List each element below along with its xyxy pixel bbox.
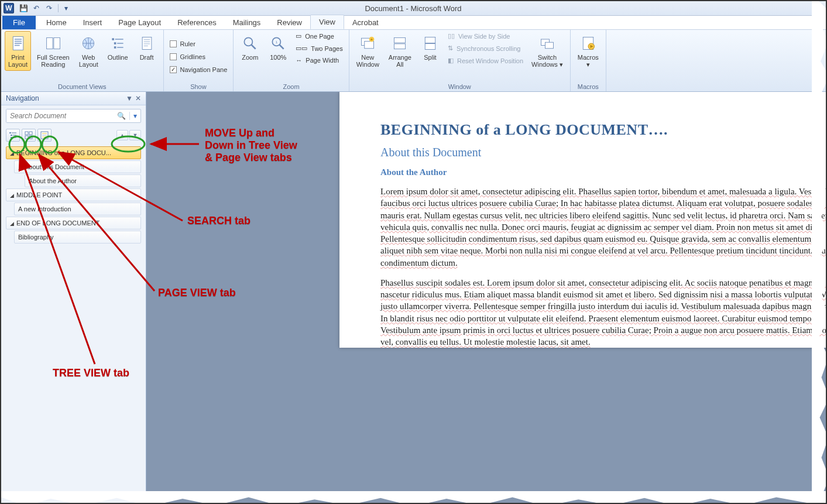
heading-3: About the Author [380,167,826,177]
print-layout-icon [9,34,28,53]
page-width-button[interactable]: ↔Page Width [293,56,345,65]
two-pages-button[interactable]: ▭▭Two Pages [293,43,345,53]
zoom-label: Zoom [242,54,258,61]
gridlines-label: Gridlines [180,53,205,60]
expander-icon[interactable]: ◢ [10,221,14,227]
print-layout-button[interactable]: Print Layout [5,31,31,71]
full-screen-reading-button[interactable]: Full Screen Reading [33,31,73,71]
search-results-tab[interactable] [37,129,52,142]
qat-customize-icon[interactable]: ▾ [60,3,72,13]
tab-references[interactable]: References [169,16,224,29]
expander-icon[interactable]: ◢ [10,150,14,156]
tree-item[interactable]: ◢BEGINNING of a LONG DOCU... [6,146,141,159]
svg-rect-9 [115,39,123,40]
zoom-button[interactable]: Zoom [237,31,263,64]
web-layout-icon [79,34,98,53]
arrange-all-button[interactable]: Arrange All [385,31,415,71]
ruler-checkbox[interactable]: Ruler [167,39,198,49]
web-layout-button[interactable]: Web Layout [76,31,102,71]
tab-page-layout[interactable]: Page Layout [110,16,169,29]
new-window-button[interactable]: ✦ New Window [353,31,383,71]
group-document-views: Print Layout Full Screen Reading Web Lay… [1,30,164,91]
gridlines-checkbox[interactable]: Gridlines [167,52,208,61]
svg-rect-40 [13,135,16,136]
svg-rect-46 [29,136,32,139]
macros-label: Macros▾ [578,54,599,68]
svg-rect-37 [9,132,11,133]
tree-item[interactable]: ◢END OF LONG DOCUMENT [6,217,141,229]
tree-item[interactable]: ◢About this Document [14,160,141,173]
word-app-icon: W [4,3,14,13]
tab-insert[interactable]: Insert [75,16,111,29]
tab-acrobat[interactable]: Acrobat [344,16,387,29]
undo-icon[interactable]: ↶ [30,3,42,13]
group-zoom: Zoom 1 100% ▭One Page ▭▭Two Pages ↔Page … [234,30,349,91]
search-icon[interactable]: 🔍 [114,112,129,120]
switch-windows-label: Switch Windows ▾ [531,54,563,68]
side-by-side-icon: ▯▯ [448,32,455,40]
macros-button[interactable]: Macros▾ [574,31,602,71]
svg-rect-25 [365,42,374,49]
page-view-tab[interactable] [22,129,36,142]
view-side-by-side-button: ▯▯View Side by Side [445,31,526,41]
full-screen-reading-icon [44,34,63,53]
tab-review[interactable]: Review [269,16,310,29]
reset-position-icon: ◧ [448,57,454,64]
tab-view[interactable]: View [310,15,344,29]
sync-scroll-icon: ⇅ [448,44,453,52]
tree-item[interactable]: ◢MIDDLE POINT [6,188,141,201]
group-macros-label: Macros [574,82,602,91]
tree-item[interactable]: Bibliography [14,231,141,244]
svg-rect-12 [114,46,116,49]
checkbox-icon [170,40,177,47]
redo-icon[interactable]: ↷ [43,3,55,13]
pane-dropdown-icon[interactable]: ▼ [126,94,133,102]
svg-rect-28 [394,37,406,43]
svg-rect-39 [11,135,12,136]
macros-icon [579,34,598,53]
tab-home[interactable]: Home [38,16,75,29]
main-area: Navigation ▼✕ 🔍 ▾ ▲ ▼ ◢BEGINNING of a LO… [1,92,826,503]
synchronous-scrolling-button: ⇅Synchronous Scrolling [445,43,526,53]
expander-icon[interactable]: ◢ [10,193,14,198]
save-icon[interactable]: 💾 [18,3,29,13]
tab-file[interactable]: File [2,16,36,29]
nav-previous-button[interactable]: ▲ [116,130,128,140]
expander-icon[interactable]: ◢ [18,164,22,170]
svg-rect-13 [117,47,123,48]
ribbon-tabs: File Home Insert Page Layout References … [1,16,826,30]
split-icon [421,34,440,53]
tree-item-label: A new Introduction [18,205,71,212]
body-paragraph-2: Phasellus suscipit sodales est. Lorem ip… [380,277,826,348]
pane-close-icon[interactable]: ✕ [135,94,141,102]
search-input[interactable] [6,109,114,122]
group-zoom-label: Zoom [237,82,345,91]
svg-rect-3 [14,43,21,44]
magnifier-icon [241,34,259,53]
one-page-label: One Page [305,33,334,40]
tree-item[interactable]: About the Author [25,174,141,187]
navigation-pane: Navigation ▼✕ 🔍 ▾ ▲ ▼ ◢BEGINNING of a LO… [1,92,146,503]
search-box[interactable]: 🔍 ▾ [6,109,141,123]
svg-rect-11 [117,43,123,44]
tree-view-tab[interactable] [6,129,20,142]
tab-mailings[interactable]: Mailings [225,16,269,29]
nav-next-button[interactable]: ▼ [129,130,141,140]
hundred-percent-button[interactable]: 1 100% [265,31,291,64]
group-window-label: Window [353,82,567,91]
switch-windows-button[interactable]: Switch Windows ▾ [528,31,567,71]
group-show: Ruler Gridlines ✓Navigation Pane Show [164,30,234,91]
document-page: BEGINNING of a LONG DOCUMENT…. About thi… [339,92,826,348]
svg-text:✦: ✦ [370,37,373,42]
outline-button[interactable]: Outline [104,31,132,64]
group-show-label: Show [167,82,230,91]
search-dropdown-icon[interactable]: ▾ [129,112,140,120]
search-row: 🔍 ▾ [1,105,146,126]
draft-button[interactable]: Draft [134,31,160,64]
hundred-percent-label: 100% [270,54,286,61]
split-button[interactable]: Split [417,31,443,64]
one-page-button[interactable]: ▭One Page [293,31,345,41]
tree-item[interactable]: A new Introduction [14,203,141,215]
annotation-page-view-tab: PAGE VIEW tab [158,287,236,299]
navigation-pane-checkbox[interactable]: ✓Navigation Pane [167,65,230,74]
